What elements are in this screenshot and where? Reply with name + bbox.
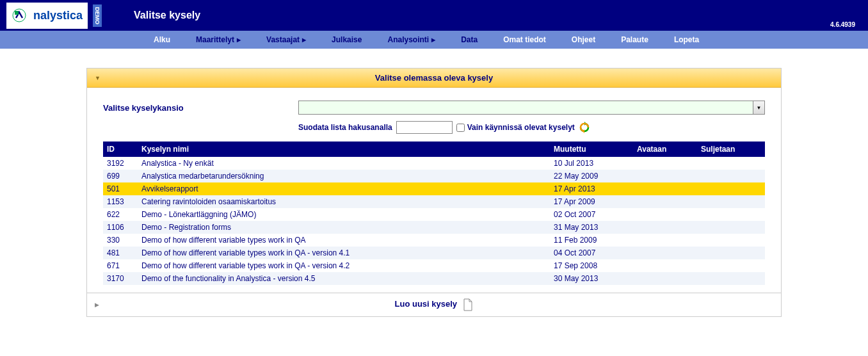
cell-closes xyxy=(701,184,765,193)
nav-item-data[interactable]: Data xyxy=(461,35,478,44)
cell-name: Analystica - Ny enkät xyxy=(141,159,554,168)
col-header-closes[interactable]: Suljetaan xyxy=(701,145,765,154)
cell-modified: 31 May 2013 xyxy=(554,223,637,232)
table-row[interactable]: 481Demo of how different variable types … xyxy=(103,247,765,259)
cell-closes xyxy=(701,236,765,245)
cell-closes xyxy=(701,172,765,181)
col-header-modified[interactable]: Muutettu xyxy=(554,145,637,154)
cell-modified: 17 Sep 2008 xyxy=(554,261,637,270)
cell-id: 501 xyxy=(103,184,141,193)
nav-bar: AlkuMaarittelyt▶Vastaajat▶JulkaiseAnalys… xyxy=(0,31,868,49)
existing-survey-panel: ▼ Valitse olemassa oleva kysely Valitse … xyxy=(86,68,782,293)
cell-opens xyxy=(637,223,701,232)
cell-modified: 17 Apr 2009 xyxy=(554,197,637,206)
nav-item-analysointi[interactable]: Analysointi▶ xyxy=(387,35,435,44)
table-row[interactable]: 622Demo - Lönekartläggning (JÄMO)02 Oct … xyxy=(103,208,765,221)
submenu-arrow-icon: ▶ xyxy=(431,37,435,43)
cell-opens xyxy=(637,184,701,193)
dropdown-arrow-icon[interactable]: ▼ xyxy=(753,101,764,114)
table-header: ID Kyselyn nimi Muutettu Avataan Suljeta… xyxy=(103,142,765,157)
cell-opens xyxy=(637,197,701,206)
cell-id: 671 xyxy=(103,261,141,270)
nav-item-ohjeet[interactable]: Ohjeet xyxy=(572,35,595,44)
cell-opens xyxy=(637,236,701,245)
table-row[interactable]: 501Avvikelserapport17 Apr 2013 xyxy=(103,182,765,195)
cell-opens xyxy=(637,159,701,168)
table-row[interactable]: 699Analystica medarbetarundersökning22 M… xyxy=(103,170,765,182)
cell-name: Demo of how different variable types wor… xyxy=(141,261,554,270)
create-title: Luo uusi kysely xyxy=(395,299,458,309)
cell-closes xyxy=(701,261,765,270)
cell-closes xyxy=(701,159,765,168)
logo[interactable]: nalystica DEMO xyxy=(6,3,102,29)
cell-name: Demo of how different variable types wor… xyxy=(141,236,554,245)
cell-modified: 10 Jul 2013 xyxy=(554,159,637,168)
running-only-checkbox[interactable] xyxy=(456,124,465,132)
cell-name: Catering ravintoloiden osaamiskartoitus xyxy=(141,197,554,206)
cell-closes xyxy=(701,210,765,219)
nav-item-maarittelyt[interactable]: Maarittelyt▶ xyxy=(196,35,241,44)
demo-badge: DEMO xyxy=(93,4,102,27)
cell-modified: 17 Apr 2013 xyxy=(554,184,637,193)
cell-opens xyxy=(637,274,701,283)
cell-modified: 22 May 2009 xyxy=(554,172,637,181)
cell-closes xyxy=(701,274,765,283)
panel-title: Valitse olemassa oleva kysely xyxy=(375,73,493,83)
svg-rect-1 xyxy=(15,11,19,15)
cell-id: 1153 xyxy=(103,197,141,206)
nav-item-palaute[interactable]: Palaute xyxy=(621,35,648,44)
table-row[interactable]: 1106Demo - Registration forms31 May 2013 xyxy=(103,221,765,234)
nav-item-alku[interactable]: Alku xyxy=(154,35,170,44)
cell-closes xyxy=(701,223,765,232)
cell-id: 481 xyxy=(103,248,141,257)
submenu-arrow-icon: ▶ xyxy=(302,37,306,43)
table-row[interactable]: 3170Demo of the functionality in Analyst… xyxy=(103,272,765,285)
col-header-id[interactable]: ID xyxy=(103,145,141,154)
filter-input[interactable] xyxy=(396,121,453,134)
cell-name: Avvikelserapport xyxy=(141,184,554,193)
table-body: 3192Analystica - Ny enkät10 Jul 2013699A… xyxy=(103,157,765,285)
create-survey-panel[interactable]: ▶ Luo uusi kysely xyxy=(86,293,782,317)
nav-item-vastaajat[interactable]: Vastaajat▶ xyxy=(266,35,306,44)
filter-label: Suodata lista hakusanalla xyxy=(298,123,392,132)
nav-item-omat-tiedot[interactable]: Omat tiedot xyxy=(503,35,546,44)
folder-label: Valitse kyselykansio xyxy=(103,103,298,113)
document-icon xyxy=(463,298,473,311)
chevron-right-icon: ▶ xyxy=(95,302,99,308)
cell-id: 1106 xyxy=(103,223,141,232)
survey-table: ID Kyselyn nimi Muutettu Avataan Suljeta… xyxy=(103,142,765,285)
version-label: 4.6.4939 xyxy=(830,21,855,28)
cell-modified: 02 Oct 2007 xyxy=(554,210,637,219)
cell-opens xyxy=(637,248,701,257)
panel-header-existing[interactable]: ▼ Valitse olemassa oleva kysely xyxy=(87,69,781,88)
nav-item-lopeta[interactable]: Lopeta xyxy=(674,35,699,44)
page-title: Valitse kysely xyxy=(134,10,200,21)
cell-id: 330 xyxy=(103,236,141,245)
cell-name: Demo of how different variable types wor… xyxy=(141,248,554,257)
cell-id: 622 xyxy=(103,210,141,219)
cell-name: Analystica medarbetarundersökning xyxy=(141,172,554,181)
cell-closes xyxy=(701,248,765,257)
logo-text: nalystica xyxy=(32,5,88,26)
submenu-arrow-icon: ▶ xyxy=(237,37,241,43)
folder-select[interactable]: ▼ xyxy=(298,101,765,115)
cell-modified: 11 Feb 2009 xyxy=(554,236,637,245)
cell-name: Demo - Registration forms xyxy=(141,223,554,232)
refresh-icon[interactable] xyxy=(579,122,590,133)
col-header-name[interactable]: Kyselyn nimi xyxy=(141,145,554,154)
chevron-down-icon: ▼ xyxy=(95,75,100,81)
cell-closes xyxy=(701,197,765,206)
nav-item-julkaise[interactable]: Julkaise xyxy=(332,35,362,44)
cell-modified: 30 May 2013 xyxy=(554,274,637,283)
col-header-opens[interactable]: Avataan xyxy=(637,145,701,154)
cell-id: 3170 xyxy=(103,274,141,283)
table-row[interactable]: 671Demo of how different variable types … xyxy=(103,259,765,272)
table-row[interactable]: 330Demo of how different variable types … xyxy=(103,234,765,247)
table-row[interactable]: 3192Analystica - Ny enkät10 Jul 2013 xyxy=(103,157,765,170)
cell-name: Demo of the functionality in Analystica … xyxy=(141,274,554,283)
running-only-label: Vain käynnissä olevat kyselyt xyxy=(467,123,575,132)
cell-modified: 04 Oct 2007 xyxy=(554,248,637,257)
table-row[interactable]: 1153Catering ravintoloiden osaamiskartoi… xyxy=(103,195,765,208)
cell-opens xyxy=(637,210,701,219)
cell-id: 3192 xyxy=(103,159,141,168)
